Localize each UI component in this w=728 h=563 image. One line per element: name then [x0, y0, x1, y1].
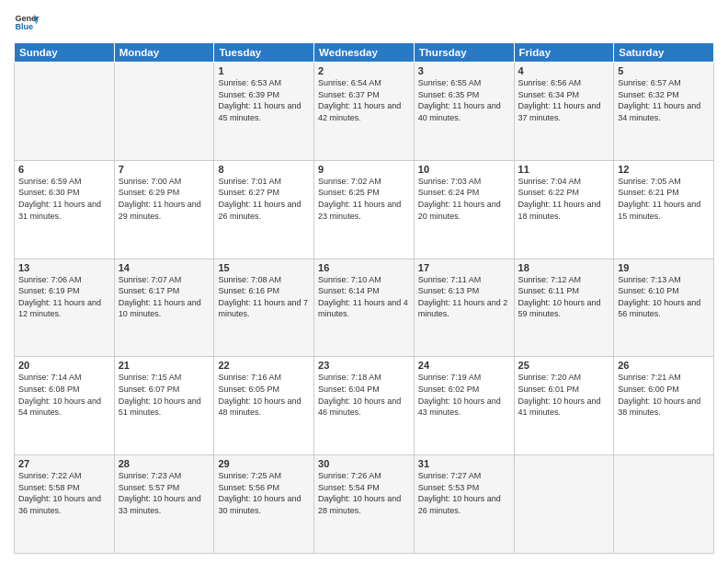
daylight-text: Daylight: 10 hours and 46 minutes. [318, 396, 401, 418]
daylight-text: Daylight: 10 hours and 41 minutes. [518, 396, 601, 418]
day-number: 25 [518, 360, 610, 371]
daylight-text: Daylight: 11 hours and 37 minutes. [518, 101, 601, 122]
day-number: 2 [318, 65, 410, 76]
sunset-text: Sunset: 6:00 PM [618, 385, 679, 394]
day-number: 3 [418, 65, 510, 76]
sunrise-text: Sunrise: 7:25 AM [218, 471, 281, 480]
sunset-text: Sunset: 6:17 PM [119, 286, 180, 295]
day-info: Sunrise: 7:08 AMSunset: 6:16 PMDaylight:… [218, 274, 310, 320]
daylight-text: Daylight: 11 hours and 34 minutes. [618, 101, 700, 122]
calendar-week-1: 1Sunrise: 6:53 AMSunset: 6:39 PMDaylight… [15, 63, 714, 161]
day-info: Sunrise: 6:53 AMSunset: 6:39 PMDaylight:… [218, 77, 310, 123]
day-number: 31 [418, 458, 510, 469]
sunrise-text: Sunrise: 7:11 AM [418, 275, 482, 284]
daylight-text: Daylight: 11 hours and 12 minutes. [18, 298, 101, 319]
calendar-day-27: 27Sunrise: 7:22 AMSunset: 5:58 PMDayligh… [15, 455, 115, 554]
calendar-day-3: 3Sunrise: 6:55 AMSunset: 6:35 PMDaylight… [414, 63, 514, 161]
day-info: Sunrise: 7:18 AMSunset: 6:04 PMDaylight:… [318, 372, 410, 418]
day-info: Sunrise: 7:27 AMSunset: 5:53 PMDaylight:… [418, 470, 510, 516]
daylight-text: Daylight: 10 hours and 56 minutes. [618, 298, 700, 319]
calendar-day-14: 14Sunrise: 7:07 AMSunset: 6:17 PMDayligh… [114, 259, 214, 357]
sunset-text: Sunset: 5:58 PM [18, 483, 80, 492]
day-info: Sunrise: 7:01 AMSunset: 6:27 PMDaylight:… [218, 176, 310, 222]
daylight-text: Daylight: 10 hours and 48 minutes. [218, 396, 301, 418]
day-number: 26 [618, 360, 710, 371]
sunset-text: Sunset: 6:39 PM [218, 90, 279, 99]
day-info: Sunrise: 6:54 AMSunset: 6:37 PMDaylight:… [318, 77, 410, 123]
calendar-header-thursday: Thursday [414, 43, 514, 63]
daylight-text: Daylight: 10 hours and 43 minutes. [418, 396, 501, 418]
calendar-day-24: 24Sunrise: 7:19 AMSunset: 6:02 PMDayligh… [414, 357, 514, 455]
day-info: Sunrise: 6:56 AMSunset: 6:34 PMDaylight:… [518, 77, 610, 123]
daylight-text: Daylight: 10 hours and 30 minutes. [218, 494, 301, 515]
day-info: Sunrise: 7:12 AMSunset: 6:11 PMDaylight:… [518, 274, 610, 320]
daylight-text: Daylight: 11 hours and 20 minutes. [418, 200, 501, 221]
sunrise-text: Sunrise: 7:21 AM [618, 373, 681, 382]
sunrise-text: Sunrise: 7:26 AM [318, 471, 381, 480]
sunset-text: Sunset: 6:02 PM [418, 385, 480, 394]
sunrise-text: Sunrise: 7:03 AM [418, 177, 482, 186]
day-info: Sunrise: 7:20 AMSunset: 6:01 PMDaylight:… [518, 372, 610, 418]
calendar-day-empty [614, 455, 714, 554]
day-number: 24 [418, 360, 510, 371]
daylight-text: Daylight: 10 hours and 36 minutes. [18, 494, 101, 515]
calendar-day-5: 5Sunrise: 6:57 AMSunset: 6:32 PMDaylight… [614, 63, 714, 161]
calendar-day-8: 8Sunrise: 7:01 AMSunset: 6:27 PMDaylight… [214, 160, 314, 259]
daylight-text: Daylight: 11 hours and 15 minutes. [618, 200, 700, 221]
day-number: 8 [218, 164, 310, 175]
day-number: 23 [318, 360, 410, 371]
day-info: Sunrise: 7:19 AMSunset: 6:02 PMDaylight:… [418, 372, 510, 418]
day-number: 6 [18, 164, 110, 175]
sunset-text: Sunset: 6:22 PM [518, 188, 580, 197]
sunset-text: Sunset: 6:24 PM [418, 188, 480, 197]
sunset-text: Sunset: 6:13 PM [418, 286, 480, 295]
day-number: 5 [618, 65, 710, 76]
calendar-day-6: 6Sunrise: 6:59 AMSunset: 6:30 PMDaylight… [15, 160, 115, 259]
day-number: 20 [18, 360, 110, 371]
sunset-text: Sunset: 6:10 PM [618, 286, 679, 295]
daylight-text: Daylight: 11 hours and 45 minutes. [218, 101, 301, 122]
day-number: 16 [318, 262, 410, 273]
sunset-text: Sunset: 6:05 PM [218, 385, 279, 394]
sunrise-text: Sunrise: 7:06 AM [18, 275, 82, 284]
calendar-day-18: 18Sunrise: 7:12 AMSunset: 6:11 PMDayligh… [514, 259, 614, 357]
sunset-text: Sunset: 6:11 PM [518, 286, 580, 295]
sunrise-text: Sunrise: 7:19 AM [418, 373, 482, 382]
daylight-text: Daylight: 11 hours and 40 minutes. [418, 101, 501, 122]
calendar-day-20: 20Sunrise: 7:14 AMSunset: 6:08 PMDayligh… [15, 357, 115, 455]
day-info: Sunrise: 7:26 AMSunset: 5:54 PMDaylight:… [318, 470, 410, 516]
sunrise-text: Sunrise: 7:20 AM [518, 373, 582, 382]
calendar-day-16: 16Sunrise: 7:10 AMSunset: 6:14 PMDayligh… [314, 259, 415, 357]
daylight-text: Daylight: 10 hours and 51 minutes. [119, 396, 201, 418]
calendar-day-30: 30Sunrise: 7:26 AMSunset: 5:54 PMDayligh… [314, 455, 415, 554]
sunrise-text: Sunrise: 7:02 AM [318, 177, 381, 186]
day-number: 21 [119, 360, 210, 371]
daylight-text: Daylight: 11 hours and 7 minutes. [218, 298, 308, 319]
day-number: 19 [618, 262, 710, 273]
calendar-week-5: 27Sunrise: 7:22 AMSunset: 5:58 PMDayligh… [15, 455, 714, 554]
sunset-text: Sunset: 6:08 PM [18, 385, 80, 394]
sunset-text: Sunset: 6:04 PM [318, 385, 380, 394]
sunset-text: Sunset: 6:19 PM [18, 286, 80, 295]
day-info: Sunrise: 6:55 AMSunset: 6:35 PMDaylight:… [418, 77, 510, 123]
sunrise-text: Sunrise: 7:12 AM [518, 275, 582, 284]
svg-marker-3 [34, 21, 38, 25]
sunrise-text: Sunrise: 6:54 AM [318, 78, 381, 87]
sunrise-text: Sunrise: 7:07 AM [119, 275, 182, 284]
calendar-day-21: 21Sunrise: 7:15 AMSunset: 6:07 PMDayligh… [114, 357, 214, 455]
daylight-text: Daylight: 11 hours and 4 minutes. [318, 298, 408, 319]
calendar-week-4: 20Sunrise: 7:14 AMSunset: 6:08 PMDayligh… [15, 357, 714, 455]
logo-icon: General Blue [14, 9, 40, 35]
sunrise-text: Sunrise: 7:14 AM [18, 373, 82, 382]
calendar-day-31: 31Sunrise: 7:27 AMSunset: 5:53 PMDayligh… [414, 455, 514, 554]
sunset-text: Sunset: 6:25 PM [318, 188, 380, 197]
day-info: Sunrise: 7:03 AMSunset: 6:24 PMDaylight:… [418, 176, 510, 222]
sunrise-text: Sunrise: 6:56 AM [518, 78, 582, 87]
day-number: 12 [618, 164, 710, 175]
sunrise-text: Sunrise: 7:13 AM [618, 275, 681, 284]
daylight-text: Daylight: 10 hours and 28 minutes. [318, 494, 401, 515]
sunrise-text: Sunrise: 7:04 AM [518, 177, 582, 186]
calendar-header-saturday: Saturday [614, 43, 714, 63]
sunrise-text: Sunrise: 7:23 AM [119, 471, 182, 480]
sunset-text: Sunset: 6:35 PM [418, 90, 480, 99]
